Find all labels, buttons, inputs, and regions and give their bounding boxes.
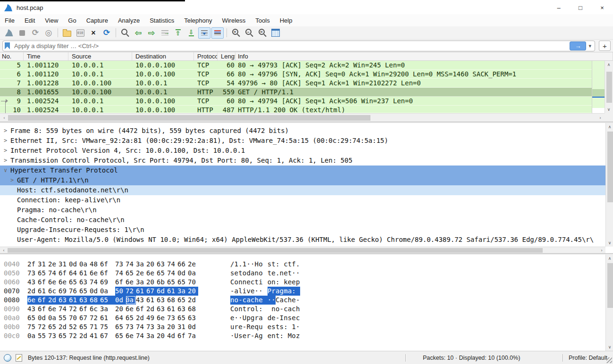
ascii-char[interactable]: .: [296, 260, 300, 269]
hex-byte[interactable]: 64: [69, 269, 79, 278]
hex-byte[interactable]: 74: [115, 269, 126, 278]
ascii-char[interactable]: h: [255, 296, 259, 305]
detail-request-line[interactable]: >GET / HTTP/1.1\r\n: [0, 175, 605, 185]
hex-byte[interactable]: 65: [177, 278, 188, 287]
hex-byte[interactable]: 0a: [48, 314, 59, 323]
ascii-char[interactable]: -: [276, 314, 280, 323]
hex-byte[interactable]: 31: [59, 260, 69, 269]
hex-byte[interactable]: 6f: [100, 269, 110, 278]
start-capture-button[interactable]: [3, 27, 15, 39]
save-file-button[interactable]: 010: [74, 27, 86, 39]
ascii-char[interactable]: o: [235, 305, 239, 314]
hex-byte[interactable]: 3a: [177, 287, 188, 296]
hex-byte[interactable]: 0d: [38, 314, 48, 323]
hex-byte[interactable]: 0a: [188, 269, 198, 278]
ascii-char[interactable]: o: [268, 278, 272, 287]
ascii-char[interactable]: e: [246, 278, 251, 287]
hex-byte[interactable]: 65: [126, 314, 136, 323]
hex-byte[interactable]: 41: [90, 331, 100, 340]
ascii-char[interactable]: o: [243, 269, 247, 278]
ascii-char[interactable]: t: [288, 269, 292, 278]
hex-byte[interactable]: 6e: [157, 314, 167, 323]
ascii-char[interactable]: a: [276, 287, 280, 296]
ascii-char[interactable]: u: [230, 323, 235, 331]
ascii-char[interactable]: g: [251, 314, 255, 323]
ascii-char[interactable]: t: [288, 260, 292, 269]
ascii-char[interactable]: ·: [246, 260, 251, 269]
zoom-in-button[interactable]: +: [230, 27, 242, 39]
column-header-no[interactable]: No.: [0, 52, 24, 60]
zoom-reset-button[interactable]: =: [256, 27, 269, 39]
hex-byte[interactable]: 65: [100, 296, 110, 305]
ascii-char[interactable]: a: [288, 287, 292, 296]
ascii-char[interactable]: e: [238, 323, 243, 331]
detail-http[interactable]: ∨Hypertext Transfer Protocol: [0, 165, 605, 175]
ascii-char[interactable]: r: [235, 323, 239, 331]
hex-byte[interactable]: 20: [157, 331, 167, 340]
hex-byte[interactable]: 65: [69, 278, 79, 287]
ascii-char[interactable]: n: [280, 269, 284, 278]
ascii-char[interactable]: n: [238, 305, 243, 314]
ascii-char[interactable]: s: [230, 269, 235, 278]
scroll-up-arrow-icon[interactable]: ∧: [605, 61, 613, 68]
hex-byte[interactable]: 63: [157, 305, 167, 314]
ascii-char[interactable]: v: [246, 287, 251, 296]
ascii-char[interactable]: n: [284, 314, 288, 323]
hex-byte[interactable]: 20: [167, 323, 177, 331]
colorize-packets-button[interactable]: [211, 27, 224, 39]
ascii-char[interactable]: s: [238, 331, 243, 340]
hex-byte[interactable]: 0a: [79, 260, 90, 269]
ascii-char[interactable]: n: [255, 269, 259, 278]
ascii-char[interactable]: c: [284, 305, 288, 314]
ascii-char[interactable]: e: [268, 331, 272, 340]
packet-list-minimap[interactable]: [592, 61, 605, 113]
hex-byte[interactable]: 6f: [59, 269, 69, 278]
ascii-char[interactable]: :: [259, 305, 263, 314]
hex-byte[interactable]: 63: [157, 296, 167, 305]
ascii-char[interactable]: .: [276, 269, 280, 278]
packet-row-5[interactable]: 51.00112010.0.0.110.0.0.100TCP6080 → 497…: [0, 61, 592, 70]
hex-byte[interactable]: 6e: [126, 278, 136, 287]
hex-byte[interactable]: 6e: [126, 331, 136, 340]
hex-byte[interactable]: 75: [27, 323, 38, 331]
packet-list-vertical-scrollbar[interactable]: ∧ ∨: [605, 61, 613, 113]
hex-byte[interactable]: 2f: [27, 260, 38, 269]
hex-byte[interactable]: 50: [115, 287, 126, 296]
display-filter-box[interactable]: → ▾: [2, 41, 595, 51]
hex-byte[interactable]: 0d: [90, 287, 100, 296]
column-header-protocol[interactable]: Protocol: [194, 52, 218, 60]
hex-byte[interactable]: 6e: [126, 305, 136, 314]
hex-byte[interactable]: 2d: [48, 296, 59, 305]
add-filter-button-button[interactable]: +: [599, 41, 611, 51]
close-file-button[interactable]: ×: [87, 27, 100, 39]
ascii-char[interactable]: C: [276, 296, 280, 305]
hex-byte[interactable]: 65: [79, 287, 90, 296]
hex-byte[interactable]: 72: [69, 331, 79, 340]
ascii-char[interactable]: e: [292, 278, 296, 287]
ascii-char[interactable]: a: [280, 296, 284, 305]
hex-byte[interactable]: 6e: [48, 305, 59, 314]
ascii-char[interactable]: R: [246, 323, 251, 331]
hex-byte[interactable]: 6c: [90, 305, 100, 314]
hex-byte[interactable]: 61: [69, 296, 79, 305]
hex-byte[interactable]: 67: [79, 314, 90, 323]
hex-byte[interactable]: 20: [115, 305, 126, 314]
ascii-char[interactable]: ·: [230, 331, 235, 340]
hex-byte[interactable]: 6f: [177, 331, 188, 340]
apply-filter-button[interactable]: →: [570, 41, 586, 50]
hex-byte[interactable]: 6f: [79, 305, 90, 314]
hex-byte[interactable]: 61: [38, 287, 48, 296]
hex-byte[interactable]: 43: [27, 305, 38, 314]
detail-tcp[interactable]: >Transmission Control Protocol, Src Port…: [0, 156, 605, 165]
scrollbar-thumb[interactable]: [8, 115, 370, 121]
ascii-char[interactable]: ·: [235, 314, 239, 323]
hex-byte[interactable]: 74: [167, 260, 177, 269]
ascii-char[interactable]: t: [238, 269, 243, 278]
hex-byte[interactable]: 70: [69, 314, 79, 323]
ascii-char[interactable]: a: [246, 296, 251, 305]
hex-byte[interactable]: 49: [146, 314, 157, 323]
ascii-char[interactable]: m: [284, 287, 288, 296]
detail-ip[interactable]: >Internet Protocol Version 4, Src: 10.0.…: [0, 146, 605, 156]
ascii-char[interactable]: e: [268, 323, 272, 331]
menu-help[interactable]: Help: [280, 17, 293, 24]
